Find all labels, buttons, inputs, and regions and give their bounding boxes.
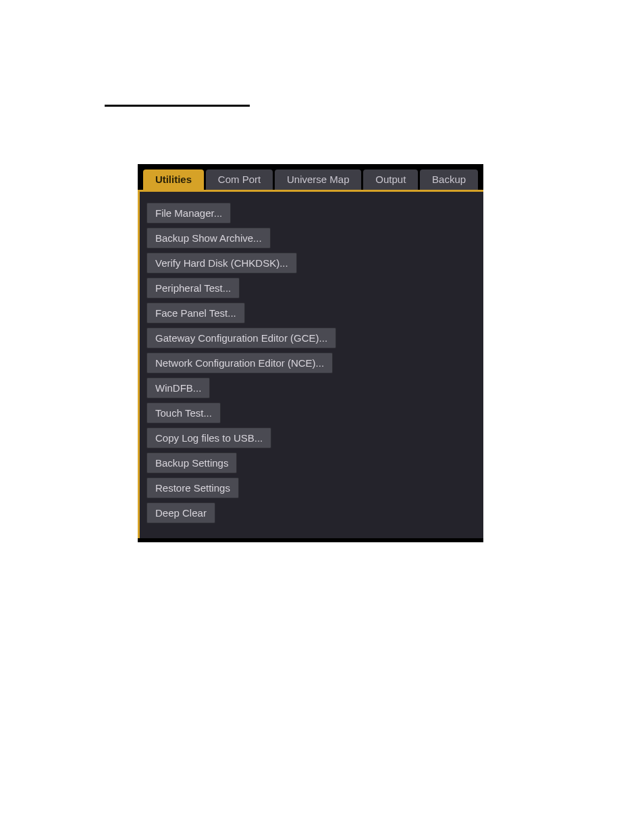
tab-universe-map[interactable]: Universe Map — [275, 170, 361, 190]
tab-utilities[interactable]: Utilities — [143, 170, 204, 190]
face-panel-test-button[interactable]: Face Panel Test... — [146, 303, 245, 323]
windfb-button[interactable]: WinDFB... — [146, 377, 210, 398]
backup-settings-button[interactable]: Backup Settings — [146, 452, 237, 473]
tab-com-port[interactable]: Com Port — [206, 170, 273, 190]
section-underline — [105, 105, 250, 107]
panel-body: File Manager... Backup Show Archive... V… — [138, 190, 483, 538]
file-manager-button[interactable]: File Manager... — [146, 203, 231, 224]
touch-test-button[interactable]: Touch Test... — [146, 402, 221, 423]
peripheral-test-button[interactable]: Peripheral Test... — [146, 278, 240, 298]
network-config-editor-button[interactable]: Network Configuration Editor (NCE)... — [146, 353, 333, 373]
deep-clear-button[interactable]: Deep Clear — [146, 502, 215, 523]
tab-bar: Utilities Com Port Universe Map Output B… — [138, 164, 483, 190]
tab-backup[interactable]: Backup — [420, 170, 478, 190]
tab-output[interactable]: Output — [363, 170, 418, 190]
restore-settings-button[interactable]: Restore Settings — [146, 477, 239, 498]
copy-log-files-button[interactable]: Copy Log files to USB... — [146, 427, 271, 448]
gateway-config-editor-button[interactable]: Gateway Configuration Editor (GCE)... — [146, 328, 336, 348]
utilities-panel: Utilities Com Port Universe Map Output B… — [138, 164, 483, 542]
backup-show-archive-button[interactable]: Backup Show Archive... — [146, 228, 271, 249]
verify-hard-disk-button[interactable]: Verify Hard Disk (CHKDSK)... — [146, 253, 297, 273]
